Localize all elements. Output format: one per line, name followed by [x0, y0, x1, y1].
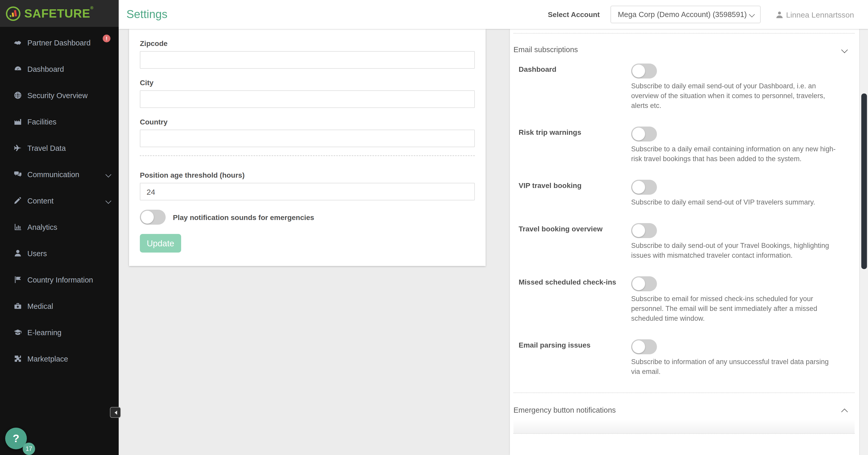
safeture-app: SAFETURE® Partner Dashboard Dashboard Se… — [0, 0, 868, 455]
toggle-knob — [632, 224, 645, 237]
scrollbar-thumb[interactable] — [861, 93, 867, 269]
subscription-row-vip-travel-booking: VIP travel booking Subscribe to daily em… — [514, 180, 859, 207]
chevron-down-icon[interactable] — [841, 46, 848, 53]
brand-name: SAFETURE® — [24, 6, 94, 20]
subscription-description: Subscribe to daily send-out of your Trav… — [631, 241, 837, 260]
toggle-knob — [632, 127, 645, 140]
sidebar-item-label: Communication — [27, 170, 80, 178]
sidebar-item-dashboard[interactable]: Dashboard — [0, 56, 119, 82]
subscription-control: Subscribe to daily email send-out of you… — [631, 63, 859, 111]
chevron-down-icon — [749, 11, 755, 18]
divider — [140, 155, 475, 156]
factory-icon — [13, 117, 22, 126]
subscription-row-missed-scheduled-check-ins: Missed scheduled check-ins Subscribe to … — [514, 276, 859, 323]
sidebar-item-communication[interactable]: Communication — [0, 161, 119, 188]
chat-bubbles-icon — [13, 170, 22, 179]
zipcode-label: Zipcode — [140, 39, 475, 48]
subscription-rows: Dashboard Subscribe to daily email send-… — [514, 63, 859, 376]
subscription-description: Subscribe to daily email send-out of you… — [631, 81, 837, 111]
subscription-control: Subscribe to daily email send-out of VIP… — [631, 180, 859, 207]
subscription-row-risk-trip-warnings: Risk trip warnings Subscribe to a daily … — [514, 126, 859, 164]
general-settings-card: Zipcode City Country Position age thresh… — [129, 29, 486, 266]
registered-mark: ® — [90, 5, 94, 10]
divider — [514, 33, 855, 34]
sidebar-collapse-button[interactable] — [110, 407, 121, 418]
subscription-label: Dashboard — [519, 63, 631, 111]
dashboard-subscription-toggle[interactable] — [631, 63, 657, 79]
sidebar-item-security-overview[interactable]: Security Overview — [0, 82, 119, 109]
sidebar-item-facilities[interactable]: Facilities — [0, 109, 119, 135]
sidebar: SAFETURE® Partner Dashboard Dashboard Se… — [0, 0, 119, 455]
sidebar-item-country-information[interactable]: Country Information — [0, 266, 119, 293]
toggle-knob — [632, 340, 645, 353]
subscription-label: Risk trip warnings — [519, 126, 631, 164]
user-icon — [13, 249, 22, 258]
brand-logo[interactable]: SAFETURE® — [0, 0, 119, 27]
city-input[interactable] — [140, 90, 475, 108]
chevron-up-icon[interactable] — [841, 408, 848, 415]
subscription-control: Subscribe to a daily email containing in… — [631, 126, 859, 164]
sidebar-item-medical[interactable]: Medical — [0, 293, 119, 319]
toggle-knob — [141, 211, 154, 224]
sidebar-item-label: Country Information — [27, 276, 93, 284]
sidebar-item-label: Travel Data — [27, 144, 66, 152]
email-parsing-issues-toggle[interactable] — [631, 339, 657, 354]
subscription-description: Subscribe to email for missed check-ins … — [631, 294, 837, 323]
sidebar-item-users[interactable]: Users — [0, 240, 119, 266]
subscription-row-travel-booking-overview: Travel booking overview Subscribe to dai… — [514, 223, 859, 260]
toggle-knob — [632, 277, 645, 290]
emergency-notifications-header[interactable]: Emergency button notifications — [514, 406, 847, 414]
scrollbar-track[interactable] — [859, 29, 868, 455]
subscription-description: Subscribe to daily email send-out of VIP… — [631, 197, 837, 207]
subscription-label: Email parsing issues — [519, 339, 631, 376]
subscription-label: Missed scheduled check-ins — [519, 276, 631, 323]
subscription-control: Subscribe to information of any unsucces… — [631, 339, 859, 376]
help-count-badge: 17 — [23, 443, 35, 455]
main-content: Zipcode City Country Position age thresh… — [119, 29, 868, 455]
notification-sound-label: Play notification sounds for emergencies — [173, 213, 314, 221]
position-age-threshold-label: Position age threshold (hours) — [140, 171, 475, 179]
missed-check-ins-toggle[interactable] — [631, 276, 657, 291]
notification-sound-toggle[interactable] — [140, 210, 166, 225]
update-button[interactable]: Update — [140, 234, 181, 253]
page-title: Settings — [126, 8, 167, 21]
bar-chart-icon — [13, 223, 22, 231]
handshake-icon — [13, 38, 22, 47]
risk-trip-warnings-toggle[interactable] — [631, 126, 657, 142]
user-icon — [776, 10, 783, 18]
sidebar-item-travel-data[interactable]: Travel Data — [0, 135, 119, 161]
graduation-cap-icon — [13, 328, 22, 337]
email-subscriptions-title: Email subscriptions — [514, 46, 578, 54]
emergency-notifications-title: Emergency button notifications — [514, 406, 616, 414]
select-account-label: Select Account — [548, 10, 600, 19]
sidebar-item-label: Partner Dashboard — [27, 38, 91, 47]
vip-travel-booking-toggle[interactable] — [631, 180, 657, 195]
subscription-row-dashboard: Dashboard Subscribe to daily email send-… — [514, 63, 859, 111]
sidebar-item-marketplace[interactable]: Marketplace — [0, 345, 119, 372]
sidebar-item-content[interactable]: Content — [0, 188, 119, 214]
user-menu[interactable]: Linnea Lennartsson — [776, 10, 854, 19]
plane-icon — [13, 144, 22, 152]
sidebar-item-partner-dashboard[interactable]: Partner Dashboard — [0, 29, 119, 56]
subscription-label: VIP travel booking — [519, 180, 631, 207]
puzzle-icon — [13, 354, 22, 363]
medical-bag-icon — [13, 302, 22, 310]
subscription-control: Subscribe to email for missed check-ins … — [631, 276, 859, 323]
chevron-down-icon — [105, 198, 112, 204]
travel-booking-overview-toggle[interactable] — [631, 223, 657, 238]
subscription-row-email-parsing-issues: Email parsing issues Subscribe to inform… — [514, 339, 859, 376]
sidebar-item-analytics[interactable]: Analytics — [0, 214, 119, 240]
position-age-threshold-input[interactable] — [140, 183, 475, 200]
zipcode-input[interactable] — [140, 51, 475, 69]
country-input[interactable] — [140, 130, 475, 147]
flag-icon — [13, 275, 22, 284]
sidebar-item-e-learning[interactable]: E-learning — [0, 319, 119, 345]
sidebar-item-label: Marketplace — [27, 354, 68, 363]
sidebar-item-label: Security Overview — [27, 91, 88, 99]
account-select[interactable]: Mega Corp (Demo Account) (3598591) — [611, 6, 761, 23]
city-label: City — [140, 79, 475, 87]
notification-sound-row: Play notification sounds for emergencies — [140, 210, 475, 225]
subscription-description: Subscribe to a daily email containing in… — [631, 144, 837, 164]
collapse-arrow-icon — [112, 410, 117, 415]
email-subscriptions-header[interactable]: Email subscriptions — [514, 46, 847, 54]
